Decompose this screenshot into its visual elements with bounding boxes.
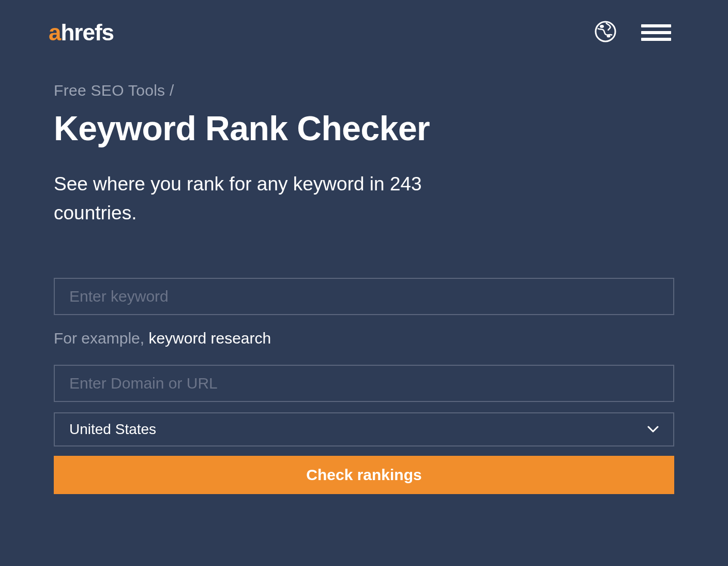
example-value[interactable]: keyword research xyxy=(148,330,271,347)
example-prefix: For example, xyxy=(54,330,148,347)
domain-input[interactable] xyxy=(54,365,674,402)
logo-letter-a: a xyxy=(49,20,60,45)
page-subtitle: See where you rank for any keyword in 24… xyxy=(54,170,478,227)
example-text: For example, keyword research xyxy=(54,330,674,347)
content: Free SEO Tools / Keyword Rank Checker Se… xyxy=(47,82,681,494)
svg-point-0 xyxy=(596,22,615,41)
check-rankings-button[interactable]: Check rankings xyxy=(54,456,674,494)
svg-point-1 xyxy=(600,25,604,28)
header-right xyxy=(595,21,671,44)
country-selected-value: United States xyxy=(69,421,647,438)
keyword-input[interactable] xyxy=(54,278,674,315)
logo-rest: hrefs xyxy=(60,20,114,45)
globe-icon[interactable] xyxy=(595,21,616,44)
breadcrumb[interactable]: Free SEO Tools / xyxy=(54,82,674,99)
hamburger-menu-icon[interactable] xyxy=(641,24,671,41)
chevron-down-icon xyxy=(647,426,659,433)
country-select[interactable]: United States xyxy=(54,412,674,446)
page-title: Keyword Rank Checker xyxy=(54,109,674,148)
logo[interactable]: ahrefs xyxy=(49,20,114,46)
svg-point-2 xyxy=(607,35,611,38)
header: ahrefs xyxy=(47,20,681,46)
